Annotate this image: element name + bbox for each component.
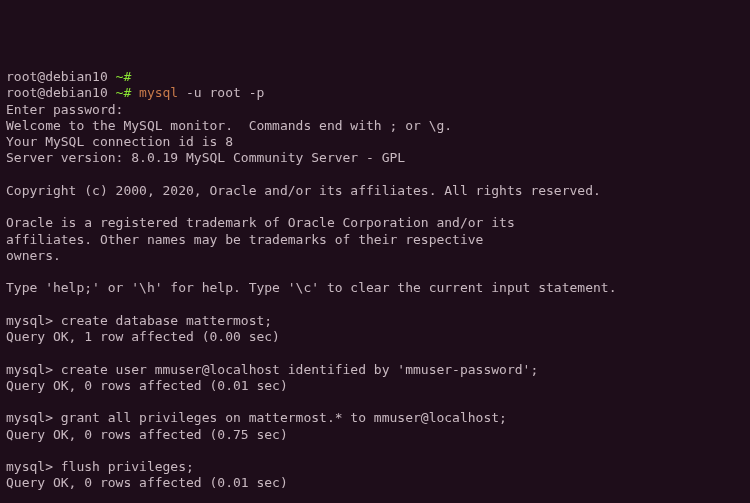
sql-flush-privileges: mysql> flush privileges; [6, 459, 744, 475]
prompt-line-1: root@debian10 ~# [6, 69, 744, 85]
prompt-user-host: root@debian10 [6, 85, 108, 100]
prompt-path: ~# [108, 69, 131, 84]
blank-line [6, 492, 744, 504]
output-trademark-1: Oracle is a registered trademark of Orac… [6, 215, 744, 231]
output-trademark-2: affiliates. Other names may be trademark… [6, 232, 744, 248]
sql-result-1: Query OK, 1 row affected (0.00 sec) [6, 329, 744, 345]
output-welcome: Welcome to the MySQL monitor. Commands e… [6, 118, 744, 134]
prompt-user-host: root@debian10 [6, 69, 108, 84]
sql-result-3: Query OK, 0 rows affected (0.75 sec) [6, 427, 744, 443]
blank-line [6, 167, 744, 183]
output-help: Type 'help;' or '\h' for help. Type '\c'… [6, 280, 744, 296]
blank-line [6, 345, 744, 361]
command-mysql: mysql [131, 85, 178, 100]
sql-result-4: Query OK, 0 rows affected (0.01 sec) [6, 475, 744, 491]
command-args: -u root -p [178, 85, 264, 100]
blank-line [6, 394, 744, 410]
sql-create-database: mysql> create database mattermost; [6, 313, 744, 329]
prompt-path: ~# [108, 85, 131, 100]
terminal-output[interactable]: root@debian10 ~#root@debian10 ~# mysql -… [6, 69, 744, 503]
blank-line [6, 297, 744, 313]
sql-result-2: Query OK, 0 rows affected (0.01 sec) [6, 378, 744, 394]
output-connection-id: Your MySQL connection id is 8 [6, 134, 744, 150]
output-enter-password: Enter password: [6, 102, 744, 118]
sql-create-user: mysql> create user mmuser@localhost iden… [6, 362, 744, 378]
blank-line [6, 264, 744, 280]
blank-line [6, 443, 744, 459]
sql-grant-privileges: mysql> grant all privileges on mattermos… [6, 410, 744, 426]
output-trademark-3: owners. [6, 248, 744, 264]
output-server-version: Server version: 8.0.19 MySQL Community S… [6, 150, 744, 166]
output-copyright: Copyright (c) 2000, 2020, Oracle and/or … [6, 183, 744, 199]
blank-line [6, 199, 744, 215]
prompt-line-2: root@debian10 ~# mysql -u root -p [6, 85, 744, 101]
